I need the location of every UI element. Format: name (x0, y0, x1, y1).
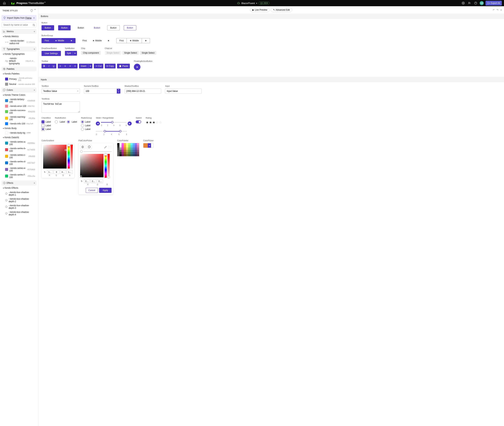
list-icon[interactable]: ≡ (500, 9, 502, 11)
rgba-g[interactable] (54, 170, 59, 174)
color-palette[interactable] (117, 143, 139, 156)
avatar[interactable]: SB (480, 1, 484, 5)
plus-icon[interactable]: + (34, 48, 35, 50)
cut-button[interactable]: ✂ Cut (94, 64, 104, 68)
rgba-a[interactable] (67, 170, 73, 174)
button-outline-primary[interactable]: Button (124, 25, 136, 30)
rgb-g[interactable] (91, 179, 96, 183)
close-icon[interactable]: × (33, 16, 35, 19)
textarea-input[interactable] (42, 101, 80, 113)
bg-first[interactable]: First (42, 38, 52, 43)
gradient-canvas[interactable] (43, 145, 67, 169)
radio-item[interactable] (81, 128, 84, 131)
colorpicker-button[interactable]: ▾ (143, 143, 154, 148)
plain-input[interactable] (165, 89, 202, 94)
group-effects[interactable]: ▾Kendo Effects (1, 185, 37, 190)
no-color-icon[interactable] (80, 150, 83, 153)
clear-icon[interactable]: × (77, 90, 78, 92)
chip-item[interactable]: Single Select (105, 51, 121, 55)
split-arrow[interactable]: ▾ (73, 51, 77, 56)
italic-button[interactable]: I (47, 64, 51, 68)
color-item[interactable]: --kendo-error-100#f58791 (1, 104, 37, 108)
color-item[interactable]: --kendo-info-100#0a7eff (1, 121, 37, 126)
section-colors[interactable]: Colors + (1, 87, 37, 92)
button-outline[interactable]: Button (107, 25, 120, 30)
copy-button[interactable]: ⎘ Copy (105, 64, 116, 68)
align-right-button[interactable]: ≡ (68, 64, 73, 68)
section-effects[interactable]: Effects + (1, 180, 37, 185)
bg-last[interactable]: ★ (105, 38, 112, 43)
rgba-r[interactable] (47, 170, 53, 174)
chevron-down-icon[interactable]: ▾ (148, 143, 151, 148)
numeric-input[interactable] (84, 89, 117, 94)
effect-item[interactable]: --kendo-box-shadow-depth-1 (1, 190, 37, 197)
palette-tab[interactable] (87, 145, 92, 149)
bg-first[interactable]: First (80, 38, 90, 43)
star-icon[interactable]: ★ (152, 121, 155, 124)
color-item[interactable]: --kendo-warning-100#ffc80a (1, 115, 37, 121)
section-typo[interactable]: Typographies + (1, 46, 37, 52)
star-icon[interactable]: ☆ (156, 121, 159, 124)
palette-primary[interactable]: Primary--kendo-primary-100 (1, 76, 37, 82)
color-item[interactable]: --kendo-series-b-100#e74856 (1, 146, 37, 153)
help-icon[interactable] (473, 1, 478, 5)
group-kendo-typo[interactable]: ▾Kendo Typographies (1, 52, 37, 56)
sidebar-chevron-icon[interactable]: ▾ (35, 8, 36, 13)
chip-item[interactable]: Single Select (140, 51, 156, 55)
rgb-b[interactable] (97, 179, 103, 183)
chip[interactable]: Chip component (81, 51, 101, 55)
underline-button[interactable]: U (51, 64, 56, 68)
slider[interactable] (101, 121, 126, 124)
export-button[interactable]: Export All (485, 1, 502, 6)
group-theme-colors[interactable]: ▾Kendo Theme Colors (1, 92, 37, 97)
alpha-slider[interactable] (107, 154, 110, 178)
rating[interactable]: ★ ★ ★ ☆ ☆ (146, 121, 162, 124)
contrast-slider[interactable] (83, 151, 112, 152)
color-item[interactable]: --kendo-series-a-100#0099bc (1, 140, 37, 146)
insert-button[interactable]: Insert (79, 64, 88, 68)
add-user-icon[interactable] (467, 1, 472, 5)
bg-last[interactable]: ★ (142, 38, 150, 43)
bg-middle[interactable]: ★ Middle (126, 38, 142, 43)
radio-checked[interactable] (67, 121, 70, 123)
eyedropper-icon[interactable] (104, 145, 107, 149)
typo-item[interactable]: Ag--kendo-default-typography14px/1.4… (1, 56, 37, 65)
insert-arrow[interactable]: ▾ (88, 64, 92, 68)
color-item[interactable]: --kendo-series-d-100#0078d7 (1, 160, 37, 166)
button-link[interactable]: Button (91, 25, 103, 30)
checkbox-indeterminate[interactable] (42, 128, 44, 131)
bg-first[interactable]: First (116, 38, 127, 43)
fab-button[interactable]: ★ (134, 64, 140, 70)
radio-unchecked[interactable] (55, 121, 58, 123)
gear-icon[interactable] (461, 1, 465, 5)
search-input[interactable] (1, 22, 37, 28)
color-item[interactable]: --kendo-series-e-100#8764b8 (1, 166, 37, 173)
color-item[interactable]: --kendo-success-100#5fd255 (1, 108, 37, 115)
radio-item[interactable] (81, 121, 84, 123)
rgb-r[interactable] (84, 179, 90, 183)
button-flat[interactable]: Button (75, 25, 87, 30)
slider-right-button[interactable]: ▶ (128, 121, 132, 126)
project-name[interactable]: BlazorFluent (241, 2, 255, 5)
dropdown-button[interactable]: User Settings (42, 51, 61, 56)
align-left-button[interactable]: ≡ (58, 64, 63, 68)
effect-item[interactable]: --kendo-box-shadow-depth-4 (1, 210, 37, 217)
textbox-input[interactable] (42, 89, 80, 94)
apply-button[interactable]: Apply (99, 188, 112, 193)
color-item[interactable]: --kendo-series-c-100#ffb900 (1, 153, 37, 160)
spinner-up[interactable]: ▲ (117, 89, 120, 91)
gradient-tab[interactable] (80, 145, 85, 149)
plus-icon[interactable]: + (34, 89, 35, 92)
redo-icon[interactable]: ↷ (497, 9, 498, 11)
star-icon[interactable]: ★ (146, 121, 149, 124)
plus-icon[interactable]: + (34, 182, 35, 185)
align-justify-button[interactable]: ≡ (73, 64, 77, 68)
bg-middle[interactable]: ★ Middle (90, 38, 105, 43)
button-solid[interactable]: Button (58, 25, 71, 30)
switch-toggle[interactable] (136, 121, 141, 123)
format-toggle-icon[interactable]: ⇅ (43, 171, 46, 173)
bg-middle[interactable]: ★ Middle (52, 38, 67, 43)
bold-button[interactable]: B (42, 64, 47, 68)
alpha-slider[interactable] (70, 145, 73, 169)
button-solid[interactable]: Button (42, 25, 54, 30)
